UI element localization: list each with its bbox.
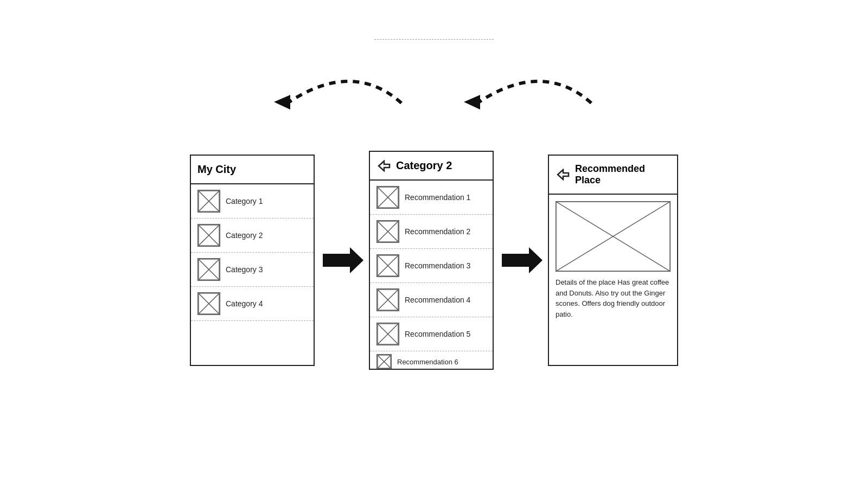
list-item[interactable]: Recommendation 5 bbox=[370, 317, 493, 351]
svg-marker-15 bbox=[379, 161, 390, 171]
category-image-placeholder bbox=[197, 190, 220, 213]
svg-marker-34 bbox=[502, 247, 542, 273]
panel-recommended-place: Recommended Place Details of the place H… bbox=[548, 155, 678, 366]
arrow-forward-1 bbox=[315, 244, 369, 277]
panel-my-city-list: Category 1 Category 2 bbox=[191, 184, 314, 364]
recommendation-label: Recommendation 2 bbox=[405, 227, 470, 236]
svg-marker-0 bbox=[274, 95, 290, 110]
panel-recommended-place-header: Recommended Place bbox=[549, 156, 677, 195]
category-image-placeholder bbox=[197, 224, 220, 247]
place-detail-text: Details of the place Has great coffee an… bbox=[549, 277, 677, 326]
category-label: Category 1 bbox=[226, 197, 263, 206]
recommendation-image-placeholder bbox=[376, 323, 399, 345]
list-item[interactable]: Recommendation 2 bbox=[370, 215, 493, 249]
list-item[interactable]: Category 4 bbox=[191, 287, 314, 321]
recommendation-label: Recommendation 3 bbox=[405, 261, 470, 270]
category-label: Category 2 bbox=[226, 231, 263, 240]
category-image-placeholder bbox=[197, 258, 220, 281]
list-item[interactable]: Recommendation 3 bbox=[370, 249, 493, 283]
recommendation-image-placeholder bbox=[376, 288, 399, 311]
category-image-placeholder bbox=[197, 292, 220, 315]
svg-marker-1 bbox=[464, 95, 480, 110]
list-item[interactable]: Category 3 bbox=[191, 253, 314, 287]
panel-category: Category 2 Recommendation 1 bbox=[369, 151, 494, 370]
back-arrow-icon[interactable] bbox=[376, 160, 391, 172]
panel-category-header: Category 2 bbox=[370, 152, 493, 181]
separator-line bbox=[374, 39, 494, 40]
recommendation-label: Recommendation 4 bbox=[405, 296, 470, 304]
svg-marker-35 bbox=[558, 170, 569, 179]
list-item[interactable]: Category 1 bbox=[191, 184, 314, 219]
category-label: Category 4 bbox=[226, 299, 263, 308]
recommendation-label: Recommendation 5 bbox=[405, 330, 470, 338]
list-item-partial[interactable]: Recommendation 6 bbox=[370, 351, 493, 369]
place-image-placeholder bbox=[556, 201, 671, 272]
list-item[interactable]: Recommendation 1 bbox=[370, 181, 493, 215]
arrow-forward-2 bbox=[494, 244, 548, 277]
panel-recommended-place-title: Recommended Place bbox=[575, 163, 671, 186]
panel-my-city: My City Category 1 bbox=[190, 155, 315, 366]
panel-my-city-header: My City bbox=[191, 156, 314, 184]
flow-container: My City Category 1 bbox=[190, 151, 678, 370]
recommendation-label: Recommendation 1 bbox=[405, 193, 470, 202]
recommendation-image-placeholder bbox=[376, 254, 399, 277]
list-item[interactable]: Category 2 bbox=[191, 219, 314, 253]
recommendation-label: Recommendation 6 bbox=[397, 358, 458, 366]
list-item[interactable]: Recommendation 4 bbox=[370, 283, 493, 317]
recommendation-image-placeholder bbox=[376, 220, 399, 243]
svg-marker-14 bbox=[323, 247, 363, 273]
category-label: Category 3 bbox=[226, 265, 263, 274]
recommendation-image-placeholder bbox=[376, 186, 399, 209]
recommendation-image-placeholder bbox=[376, 354, 392, 369]
curved-arrows-svg bbox=[190, 54, 678, 119]
back-arrow-icon[interactable] bbox=[556, 169, 570, 181]
panel-category-title: Category 2 bbox=[396, 159, 452, 172]
panel-bottom-space bbox=[191, 321, 314, 364]
panel-my-city-title: My City bbox=[197, 163, 236, 176]
panel-category-list: Recommendation 1 Recommendation 2 bbox=[370, 181, 493, 369]
main-canvas: My City Category 1 bbox=[0, 0, 868, 488]
